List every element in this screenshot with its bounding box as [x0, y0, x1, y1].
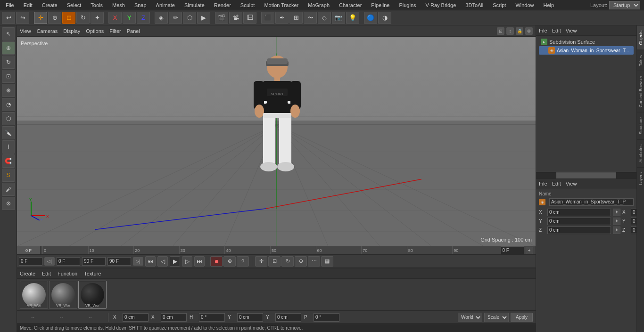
- attr-menu-edit[interactable]: Edit: [552, 181, 561, 186]
- z-axis-btn[interactable]: Z: [137, 12, 150, 24]
- smooth-lt[interactable]: ◔: [2, 98, 15, 111]
- obj-item-subdivision[interactable]: ▸ Subdivision Surface: [539, 38, 634, 46]
- vp-menu-view[interactable]: View: [20, 28, 31, 34]
- y-axis-btn[interactable]: Y: [123, 12, 136, 24]
- scale-ec[interactable]: ↻: [281, 256, 294, 267]
- mat-menu-function[interactable]: Function: [58, 271, 77, 276]
- p-field[interactable]: [314, 313, 339, 322]
- mat-menu-texture[interactable]: Texture: [84, 271, 101, 276]
- menu-item-animate[interactable]: Animate: [154, 1, 177, 9]
- menu-item-simulate[interactable]: Simulate: [182, 1, 206, 9]
- menu-item-v-ray-bridge[interactable]: V-Ray Bridge: [424, 1, 458, 9]
- menu-item-motion-tracker[interactable]: Motion Tracker: [262, 1, 300, 9]
- end-frame[interactable]: [107, 257, 131, 266]
- redo-button[interactable]: ↪: [16, 12, 29, 24]
- obj-mode-btn[interactable]: ◈: [155, 12, 168, 24]
- menu-item-edit[interactable]: Edit: [22, 1, 34, 9]
- menu-item-tools[interactable]: Tools: [89, 1, 105, 9]
- viewport[interactable]: SPORT: [17, 37, 536, 246]
- end-play-frame[interactable]: [82, 257, 106, 266]
- vp-menu-display[interactable]: Display: [63, 28, 80, 34]
- transform-ec[interactable]: ⊕: [295, 256, 307, 267]
- x-axis-btn[interactable]: X: [108, 12, 122, 24]
- select-lt[interactable]: ↖: [2, 27, 15, 40]
- y-rot-field[interactable]: [275, 313, 301, 322]
- rotate-ec[interactable]: ⊡: [268, 256, 281, 267]
- light-btn[interactable]: 💡: [346, 12, 359, 24]
- uv-mode-btn[interactable]: ⬡: [183, 12, 196, 24]
- menu-item-snap[interactable]: Snap: [132, 1, 149, 9]
- menu-item-help[interactable]: Help: [542, 1, 556, 9]
- vtab-takes[interactable]: Takes: [637, 50, 644, 71]
- transform-tool[interactable]: ✦: [91, 12, 104, 24]
- menu-item-script[interactable]: Script: [491, 1, 508, 9]
- goto-start-btn[interactable]: ⏮: [145, 256, 156, 267]
- menu-item-create[interactable]: Create: [40, 1, 59, 9]
- prev-keyframe-btn[interactable]: ◁|: [44, 257, 55, 266]
- vp-menu-filter[interactable]: Filter: [109, 28, 121, 34]
- mat-menu-edit[interactable]: Edit: [42, 271, 51, 276]
- vtab-structure[interactable]: Structure: [637, 112, 644, 139]
- vp-settings-icon[interactable]: ⚙: [525, 27, 533, 35]
- cube-view-btn[interactable]: ⬛: [261, 12, 274, 24]
- menu-item-3dtoall[interactable]: 3DToAll: [463, 1, 485, 9]
- array-btn[interactable]: ⊞: [289, 12, 303, 24]
- obj-menu-view[interactable]: View: [566, 28, 577, 33]
- material-item-1[interactable]: VR_Wor: [20, 281, 48, 309]
- help-btn[interactable]: ?: [237, 256, 249, 267]
- bridge-lt[interactable]: ⌇: [2, 140, 15, 154]
- goto-end-btn[interactable]: ⏭: [194, 256, 205, 267]
- x2-attr-field[interactable]: [631, 209, 636, 216]
- next-frame-btn[interactable]: ▷: [182, 256, 192, 267]
- y-attr-field[interactable]: [547, 218, 611, 225]
- move-lt[interactable]: ⊕: [2, 41, 15, 55]
- next-keyframe-btn[interactable]: ▷|: [133, 257, 143, 266]
- current-frame[interactable]: [57, 257, 80, 266]
- anim-mode-btn[interactable]: ▶: [197, 12, 210, 24]
- rotate-lt[interactable]: ↻: [2, 56, 15, 69]
- obj-menu-file[interactable]: File: [539, 28, 547, 33]
- move-ec[interactable]: ✛: [255, 256, 267, 267]
- vtab-objects[interactable]: Objects: [637, 25, 644, 50]
- deformer-btn[interactable]: ◇: [318, 12, 331, 24]
- z-attr-field[interactable]: [547, 227, 611, 234]
- enable-btn[interactable]: 🔵: [364, 12, 377, 24]
- menu-item-pipeline[interactable]: Pipeline: [369, 1, 391, 9]
- vtab-attributes[interactable]: Attributes: [637, 139, 644, 167]
- y-attr-arrow[interactable]: ⬆: [613, 218, 620, 225]
- render-preview-btn[interactable]: 🎞: [243, 12, 256, 24]
- rotate-tool[interactable]: ↻: [76, 12, 90, 24]
- menu-item-plugins[interactable]: Plugins: [397, 1, 418, 9]
- attr-menu-file[interactable]: File: [539, 181, 547, 186]
- menu-item-file[interactable]: File: [4, 1, 16, 9]
- obj-item-woman[interactable]: ◈ Asian_Woman_in_Sportswear_T...: [539, 46, 634, 55]
- x-attr-arrow[interactable]: ⬆: [613, 209, 620, 216]
- scale-lt[interactable]: ⊡: [2, 70, 15, 83]
- more-ec[interactable]: ⋯: [308, 256, 320, 267]
- x-pos-field[interactable]: [123, 313, 149, 322]
- obj-scrollbar[interactable]: [536, 172, 636, 178]
- mat-menu-create[interactable]: Create: [20, 271, 35, 276]
- frame-field[interactable]: [501, 246, 524, 255]
- menu-item-window[interactable]: Window: [513, 1, 536, 9]
- autokey-btn[interactable]: ⊛: [223, 256, 236, 267]
- attr-menu-view[interactable]: View: [566, 181, 577, 186]
- timeline-ec[interactable]: ▦: [321, 256, 333, 267]
- z2-attr-field[interactable]: [631, 227, 636, 234]
- render-region-btn[interactable]: 📽: [229, 12, 242, 24]
- prev-frame-btn[interactable]: ◁: [157, 256, 168, 267]
- vp-maximize-icon[interactable]: ⊡: [497, 27, 504, 35]
- apply-button[interactable]: Apply: [511, 313, 533, 322]
- y2-attr-field[interactable]: [631, 218, 636, 225]
- vp-menu-cameras[interactable]: Cameras: [37, 28, 58, 34]
- attr-name-field[interactable]: [549, 198, 634, 206]
- z-attr-arrow[interactable]: ⬆: [613, 227, 620, 234]
- scale-select[interactable]: Scale: [484, 313, 509, 322]
- vtab-content[interactable]: Content Browser: [637, 71, 644, 112]
- x-attr-field[interactable]: [547, 209, 611, 216]
- h-field[interactable]: [199, 313, 225, 322]
- vtab-layers[interactable]: Layers: [637, 167, 644, 190]
- menu-item-sculpt[interactable]: Sculpt: [239, 1, 257, 9]
- tweak-lt[interactable]: ⊕: [2, 84, 15, 97]
- x-rot-field[interactable]: [161, 313, 187, 322]
